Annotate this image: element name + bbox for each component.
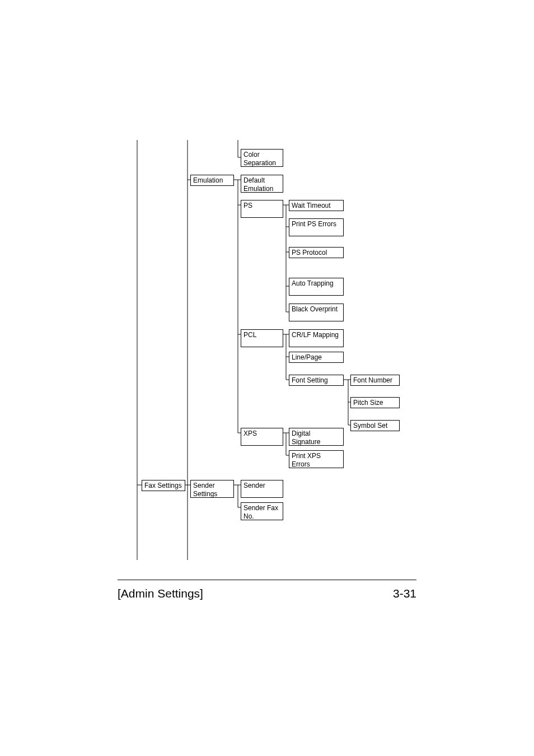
node-default-emulation: Default Emulation bbox=[241, 175, 283, 193]
node-sender: Sender bbox=[241, 480, 283, 498]
node-wait-timeout: Wait Timeout bbox=[289, 200, 344, 211]
node-fax-settings: Fax Settings bbox=[142, 480, 185, 491]
node-line-page: Line/Page bbox=[289, 352, 344, 363]
node-color-separation: Color Separation bbox=[241, 149, 283, 167]
node-label: Digital Signature bbox=[292, 430, 341, 446]
node-label: XPS bbox=[243, 430, 257, 438]
node-label: Print XPS Errors bbox=[292, 452, 341, 469]
node-label: Color Separation bbox=[243, 151, 280, 167]
node-digital-signature: Digital Signature bbox=[289, 428, 344, 446]
node-ps: PS bbox=[241, 200, 283, 218]
footer-right: 3-31 bbox=[393, 587, 416, 600]
node-label: Wait Timeout bbox=[292, 202, 331, 210]
node-xps: XPS bbox=[241, 428, 283, 446]
node-label: Print PS Errors bbox=[292, 220, 336, 228]
node-black-overprint: Black Overprint bbox=[289, 304, 344, 321]
footer-rule bbox=[118, 580, 416, 580]
node-sender-fax-no: Sender Fax No. bbox=[241, 502, 283, 520]
node-font-setting: Font Setting bbox=[289, 375, 344, 386]
node-pitch-size: Pitch Size bbox=[350, 397, 400, 408]
node-label: CR/LF Mapping bbox=[292, 331, 339, 339]
page-root: Color Separation Emulation Default Emula… bbox=[0, 0, 534, 756]
node-pcl: PCL bbox=[241, 329, 283, 347]
node-label: Sender Fax No. bbox=[243, 504, 280, 521]
node-sender-settings: Sender Settings bbox=[190, 480, 234, 498]
node-font-number: Font Number bbox=[350, 375, 400, 386]
node-label: Sender bbox=[243, 482, 265, 490]
node-print-ps-errors: Print PS Errors bbox=[289, 218, 344, 236]
node-label: Default Emulation bbox=[243, 176, 280, 193]
node-symbol-set: Symbol Set bbox=[350, 420, 400, 431]
node-label: PS bbox=[243, 202, 252, 210]
node-label: Line/Page bbox=[292, 353, 322, 362]
node-label: Symbol Set bbox=[353, 422, 387, 430]
node-label: Fax Settings bbox=[144, 482, 182, 490]
node-ps-protocol: PS Protocol bbox=[289, 247, 344, 258]
footer-left: [Admin Settings] bbox=[118, 587, 203, 600]
node-emulation: Emulation bbox=[190, 175, 234, 186]
node-label: Pitch Size bbox=[353, 399, 383, 407]
node-print-xps-errors: Print XPS Errors bbox=[289, 450, 344, 468]
node-label: PS Protocol bbox=[292, 249, 327, 257]
node-crlf-mapping: CR/LF Mapping bbox=[289, 329, 344, 347]
node-label: Emulation bbox=[193, 176, 223, 185]
node-label: Black Overprint bbox=[292, 305, 338, 314]
node-label: Font Number bbox=[353, 376, 392, 385]
node-label: Sender Settings bbox=[193, 482, 231, 498]
connector-lines bbox=[0, 0, 534, 756]
node-auto-trapping: Auto Trapping bbox=[289, 278, 344, 296]
node-label: Auto Trapping bbox=[292, 279, 334, 288]
node-label: Font Setting bbox=[292, 376, 328, 385]
node-label: PCL bbox=[243, 331, 256, 339]
